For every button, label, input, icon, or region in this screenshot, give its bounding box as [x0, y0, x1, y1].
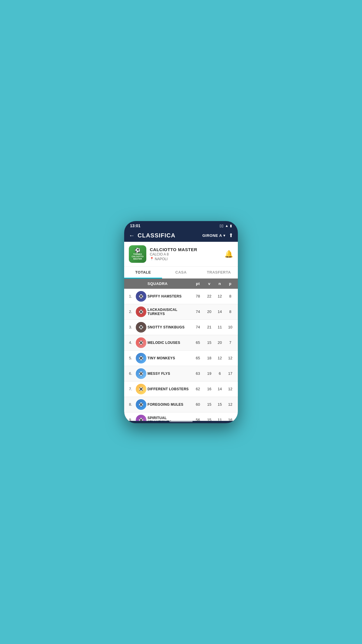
- tab-trasferta[interactable]: TRASFERTA: [200, 267, 238, 278]
- svg-point-52: [142, 403, 143, 404]
- team-p-2: 8: [225, 309, 236, 314]
- team-row-1[interactable]: 1. SPIFFY HAMSTERS 78 22 12 8: [124, 289, 238, 304]
- svg-point-13: [142, 312, 143, 314]
- team-n-6: 6: [215, 371, 225, 376]
- team-row-8[interactable]: 8. FOREGOING MULES 60 15 15 12: [124, 397, 238, 412]
- back-button[interactable]: ←: [129, 232, 135, 239]
- battery-icon: ▮: [230, 224, 232, 228]
- col-header-squadra: SQUADRA: [147, 281, 192, 286]
- chevron-down-icon: ▾: [223, 233, 225, 238]
- header: ← CLASSIFICA GIRONE A ▾ ⬆: [124, 229, 238, 242]
- tournament-logo: ⚽ TORNEOCALCIOTTOMASTER: [129, 245, 146, 263]
- girone-label: GIRONE A: [202, 233, 222, 238]
- tab-totale[interactable]: TOTALE: [124, 267, 162, 278]
- vibrate-icon: ▯▯: [219, 224, 224, 228]
- team-v-8: 15: [204, 402, 215, 407]
- table-header: SQUADRA pt v n p: [124, 279, 238, 289]
- home-bar: [169, 421, 193, 422]
- team-p-5: 12: [225, 356, 236, 360]
- svg-point-11: [139, 310, 140, 311]
- svg-point-54: [139, 405, 140, 406]
- status-bar: 13:01 ▯▯ ▲ ▮: [124, 221, 238, 229]
- col-header-v: v: [204, 281, 215, 286]
- team-name-3: SNOTTY STINKBUGS: [147, 325, 192, 329]
- team-name-4: MELODIC LOUSES: [147, 341, 192, 345]
- team-n-5: 12: [215, 356, 225, 360]
- svg-point-10: [142, 310, 143, 311]
- svg-point-32: [139, 356, 140, 358]
- svg-point-20: [142, 328, 143, 329]
- svg-point-18: [139, 326, 140, 327]
- team-name-7: DIFFERENT LOBSTERS: [147, 387, 192, 391]
- svg-point-6: [142, 297, 143, 298]
- team-pt-7: 62: [192, 387, 204, 391]
- svg-point-60: [139, 418, 140, 419]
- team-n-8: 15: [215, 402, 225, 407]
- team-pt-3: 74: [192, 325, 204, 329]
- rank-7: 7.: [126, 387, 135, 391]
- team-name-1: SPIFFY HAMSTERS: [147, 294, 192, 298]
- team-n-1: 12: [215, 294, 225, 298]
- header-left: ← CLASSIFICA: [129, 232, 175, 239]
- girone-selector[interactable]: GIRONE A ▾: [202, 233, 225, 238]
- badge-8: [135, 399, 147, 410]
- page-title: CLASSIFICA: [138, 232, 175, 239]
- team-v-6: 19: [204, 371, 215, 376]
- badge-3: [135, 322, 147, 332]
- team-pt-4: 65: [192, 340, 204, 345]
- team-name-2: LACKADAISICAL TURKEYS: [147, 308, 192, 316]
- team-pt-6: 63: [192, 371, 204, 376]
- header-right: GIRONE A ▾ ⬆: [202, 232, 233, 239]
- svg-point-19: [139, 328, 140, 329]
- home-indicator: [124, 421, 238, 423]
- rank-2: 2.: [126, 309, 135, 314]
- share-button[interactable]: ⬆: [229, 232, 233, 239]
- team-n-3: 11: [215, 325, 225, 329]
- svg-point-48: [142, 390, 143, 391]
- svg-point-4: [139, 295, 140, 296]
- team-row-3[interactable]: 3. SNOTTY STINKBUGS 74 21 11 10: [124, 320, 238, 335]
- rank-1: 1.: [126, 294, 135, 298]
- status-time: 13:01: [130, 223, 140, 228]
- tournament-subtitle: CALCIO A 8: [150, 252, 197, 256]
- team-v-2: 20: [204, 309, 215, 314]
- team-v-1: 22: [204, 294, 215, 298]
- svg-point-40: [139, 374, 140, 375]
- team-n-4: 20: [215, 340, 225, 345]
- svg-point-25: [139, 341, 140, 342]
- wifi-icon: ▲: [225, 224, 229, 228]
- team-n-2: 14: [215, 309, 225, 314]
- svg-point-47: [139, 390, 140, 391]
- team-v-9: 15: [204, 418, 215, 421]
- rank-9: 9.: [126, 418, 135, 421]
- team-row-6[interactable]: 6. MESSY FLYS 63 19 6 17: [124, 366, 238, 382]
- team-row-4[interactable]: 4. MELODIC LOUSES 65 15 20 7: [124, 335, 238, 351]
- svg-point-41: [142, 374, 143, 375]
- team-v-3: 21: [204, 325, 215, 329]
- team-pt-5: 65: [192, 356, 204, 360]
- team-name-6: MESSY FLYS: [147, 372, 192, 376]
- team-row-7[interactable]: 7. DIFFERENT LOBSTERS 62 16 14 12: [124, 382, 238, 397]
- svg-point-26: [139, 343, 140, 344]
- tab-casa[interactable]: CASA: [162, 267, 200, 278]
- svg-point-55: [142, 405, 143, 406]
- svg-point-46: [139, 387, 140, 388]
- col-header-n: n: [215, 281, 225, 286]
- svg-point-3: [142, 295, 143, 296]
- svg-point-38: [142, 372, 143, 373]
- team-rows: 1. SPIFFY HAMSTERS 78 22 12 8 2.: [124, 289, 238, 421]
- rank-3: 3.: [126, 325, 135, 329]
- svg-point-31: [142, 356, 143, 358]
- standings-table: SQUADRA pt v n p 1.: [124, 279, 238, 421]
- team-name-8: FOREGOING MULES: [147, 402, 192, 407]
- team-p-8: 12: [225, 402, 236, 407]
- team-v-4: 15: [204, 340, 215, 345]
- phone-content: 13:01 ▯▯ ▲ ▮ ← CLASSIFICA GIRONE A ▾ ⬆: [124, 221, 238, 423]
- team-row-9[interactable]: 9. SPIRITUAL JELLYFISHES 56 15 11 16: [124, 412, 238, 421]
- notification-bell-button[interactable]: 🔔: [224, 250, 233, 258]
- team-row-2[interactable]: 2. LACKADAISICAL TURKEYS 74 20 14 8: [124, 304, 238, 320]
- team-row-5[interactable]: 5. TINY MONKEYS 65 18 12 12: [124, 351, 238, 366]
- svg-point-12: [139, 312, 140, 314]
- badge-6: [135, 368, 147, 379]
- team-pt-8: 60: [192, 402, 204, 407]
